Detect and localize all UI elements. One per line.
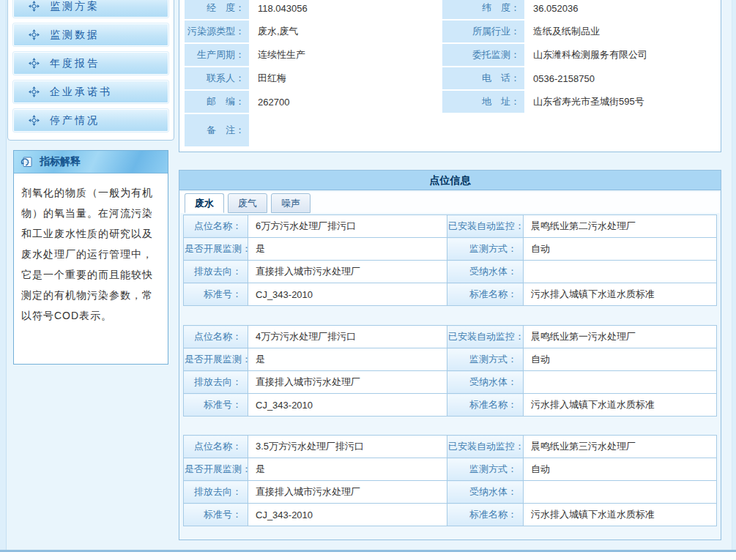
field-label: 点位名称：: [184, 326, 248, 348]
field-value: 污水排入城镇下水道水质标准: [524, 394, 717, 417]
tab-wastewater[interactable]: 废水: [185, 193, 224, 213]
sidebar-item-monitor-plan[interactable]: 监测方案: [13, 0, 168, 18]
field-value: 直接排入城市污水处理厂: [248, 481, 447, 504]
field-label: 委托监测：: [442, 44, 524, 66]
table-row: 标准号： CJ_343-2010 标准名称： 污水排入城镇下水道水质标准: [184, 394, 717, 417]
field-label: 标准号：: [184, 504, 248, 526]
field-value: 连续性生产: [250, 44, 441, 66]
field-label: 污染源类型：: [185, 20, 249, 42]
table-row: 点位名称： 4万方污水处理厂排污口 已安装自动监控： 晨鸣纸业第一污水处理厂: [184, 326, 717, 348]
field-label: 排放去向：: [184, 481, 248, 504]
table-row-remark: 备 注：: [185, 114, 715, 146]
tab-noise[interactable]: 噪声: [271, 193, 311, 213]
field-label: 生产周期：: [185, 44, 249, 66]
point-table-2: 点位名称： 4万方污水处理厂排污口 已安装自动监控： 晨鸣纸业第一污水处理厂 是…: [183, 325, 717, 417]
compass-arrows-icon: [29, 1, 40, 12]
table-row: 点位名称： 3.5万方污水处理厂排污口 已安装自动监控： 晨鸣纸业第三污水处理厂: [184, 436, 717, 458]
point-info-panel: 点位信息 废水 废气 噪声 点位名称： 6万方污水处理厂排污口 已安装自动监控：…: [179, 170, 721, 540]
field-label: 受纳水体：: [447, 481, 524, 504]
compass-arrows-icon: [29, 86, 40, 97]
field-label: 已安装自动监控：: [447, 215, 524, 238]
field-label: 监测方式：: [447, 458, 524, 481]
point-table-3: 点位名称： 3.5万方污水处理厂排污口 已安装自动监控： 晨鸣纸业第三污水处理厂…: [183, 435, 717, 526]
field-value: 晨鸣纸业第一污水处理厂: [524, 326, 717, 348]
field-label: 标准名称：: [447, 504, 524, 526]
field-value: 自动: [524, 238, 717, 261]
table-row: 标准号： CJ_343-2010 标准名称： 污水排入城镇下水道水质标准: [184, 283, 717, 306]
indicator-explain-title: 指标解释: [40, 155, 81, 168]
field-value: 6万方污水处理厂排污口: [248, 215, 447, 238]
field-value: 晨鸣纸业第二污水处理厂: [524, 215, 717, 238]
field-value: 3.5万方污水处理厂排污口: [248, 436, 447, 458]
field-value: 山东潍科检测服务有限公司: [526, 44, 715, 66]
field-value: 废水,废气: [250, 20, 441, 42]
table-row: 是否开展监测： 是 监测方式： 自动: [184, 458, 717, 481]
field-value: 是: [248, 458, 447, 481]
compass-arrows-icon: [29, 29, 40, 40]
sidebar-nav: 监测方案 监测数据 年度报告 企业承诺书 停产情况: [7, 0, 174, 141]
field-value: 自动: [524, 458, 717, 481]
field-value: 污水排入城镇下水道水质标准: [524, 504, 717, 526]
field-value: 36.052036: [526, 0, 715, 19]
field-label: 排放去向：: [184, 371, 248, 394]
sidebar-item-label: 监测方案: [50, 0, 100, 13]
field-value: CJ_343-2010: [248, 283, 447, 306]
page: 监测方案 监测数据 年度报告 企业承诺书 停产情况: [0, 0, 736, 560]
sidebar-item-annual-report[interactable]: 年度报告: [13, 52, 168, 75]
table-row: 点位名称： 6万方污水处理厂排污口 已安装自动监控： 晨鸣纸业第二污水处理厂: [184, 215, 717, 238]
field-label: 已安装自动监控：: [447, 326, 524, 348]
sidebar-item-monitor-data[interactable]: 监测数据: [13, 23, 168, 46]
field-value: 晨鸣纸业第三污水处理厂: [524, 436, 717, 458]
tab-waste-gas[interactable]: 废气: [228, 193, 267, 213]
field-value: 污水排入城镇下水道水质标准: [524, 283, 717, 306]
compass-arrows-icon: [29, 115, 40, 126]
field-value: 4万方污水处理厂排污口: [248, 326, 447, 348]
field-label: 经 度：: [185, 0, 249, 19]
field-label: 监测方式：: [447, 348, 524, 371]
tab-bar: 废水 废气 噪声: [185, 193, 311, 213]
field-label: 电 话：: [442, 67, 524, 89]
field-value: 是: [248, 238, 447, 261]
field-value: 0536-2158750: [526, 67, 715, 89]
field-label: 联系人：: [185, 67, 249, 89]
field-label: 排放去向：: [184, 261, 248, 283]
field-value: [524, 481, 717, 504]
field-value: [524, 371, 717, 394]
table-row: 联系人： 田红梅 电 话： 0536-2158750: [185, 67, 715, 89]
sidebar-item-shutdown[interactable]: 停产情况: [13, 109, 168, 132]
field-value: 直接排入城市污水处理厂: [248, 371, 447, 394]
indicator-explain-panel: 指标解释 剂氧化的物质（一般为有机物）的氧当量。在河流污染和工业废水性质的研究以…: [13, 150, 168, 365]
sidebar-item-label: 企业承诺书: [50, 86, 112, 99]
field-value: CJ_343-2010: [248, 394, 447, 417]
field-label: 所属行业：: [442, 20, 524, 42]
table-row: 邮 编： 262700 地 址： 山东省寿光市圣城街595号: [185, 91, 715, 113]
enterprise-info-table: 企业法人： 陈洪国 组织机构代码： 61358898-6 经 度： 118.04…: [183, 0, 717, 148]
point-table-1: 点位名称： 6万方污水处理厂排污口 已安装自动监控： 晨鸣纸业第二污水处理厂 是…: [183, 214, 717, 306]
table-row: 生产周期： 连续性生产 委托监测： 山东潍科检测服务有限公司: [185, 44, 715, 66]
field-value: [524, 261, 717, 283]
sidebar-item-label: 监测数据: [50, 29, 100, 42]
page-left-edge: [0, 0, 7, 550]
table-row: 排放去向： 直接排入城市污水处理厂 受纳水体：: [184, 481, 717, 504]
field-label: 已安装自动监控：: [447, 436, 524, 458]
field-label: 是否开展监测：: [184, 348, 248, 371]
table-row: 经 度： 118.043056 纬 度： 36.052036: [185, 0, 715, 19]
field-value: 262700: [250, 91, 441, 113]
indicator-explain-header: 指标解释: [14, 151, 168, 173]
table-row: 排放去向： 直接排入城市污水处理厂 受纳水体：: [184, 261, 717, 283]
sidebar-item-commitment[interactable]: 企业承诺书: [13, 81, 168, 103]
table-row: 标准号： CJ_343-2010 标准名称： 污水排入城镇下水道水质标准: [184, 504, 717, 526]
field-value: CJ_343-2010: [248, 504, 447, 526]
field-value: 直接排入城市污水处理厂: [248, 261, 447, 283]
field-label: 备 注：: [185, 114, 249, 146]
field-value: 山东省寿光市圣城街595号: [526, 91, 715, 113]
page-right-edge: [732, 0, 736, 550]
sidebar-item-label: 年度报告: [50, 57, 100, 70]
table-row: 是否开展监测： 是 监测方式： 自动: [184, 348, 717, 371]
field-label: 地 址：: [442, 91, 524, 113]
field-label: 是否开展监测：: [184, 458, 248, 481]
field-value: [250, 114, 715, 146]
field-label: 监测方式：: [447, 238, 524, 261]
indicator-explain-text: 剂氧化的物质（一般为有机物）的氧当量。在河流污染和工业废水性质的研究以及废水处理…: [14, 173, 168, 326]
field-label: 标准名称：: [447, 283, 524, 306]
